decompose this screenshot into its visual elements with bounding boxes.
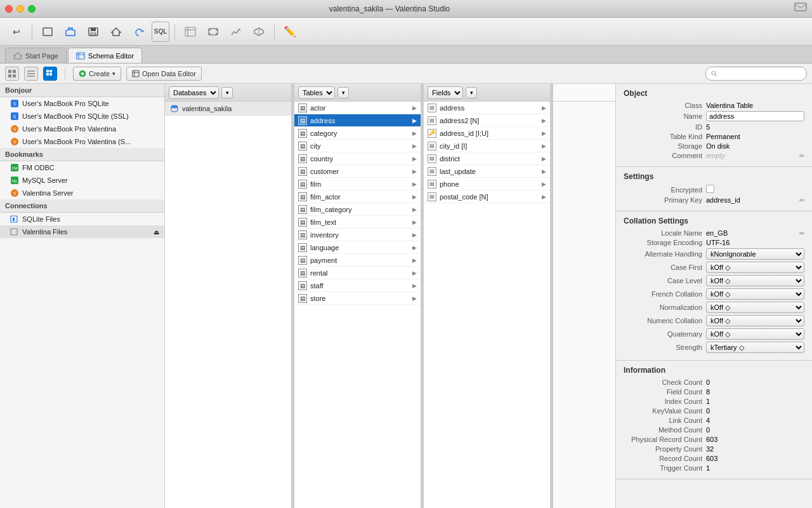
new-window-button[interactable]: [37, 22, 58, 42]
databases-select[interactable]: Databases: [169, 86, 219, 99]
numeric-collation-value: kOff ◇: [706, 315, 804, 326]
search-input[interactable]: [719, 70, 801, 77]
sidebar-item-macbook-valentina-s[interactable]: V User's MacBook Pro Valentina (S...: [0, 135, 164, 148]
refresh-button[interactable]: [129, 22, 149, 42]
name-input[interactable]: [706, 111, 804, 121]
eject-icon[interactable]: ⏏: [154, 229, 159, 236]
database-item-valentina-sakila[interactable]: valentina_sakila: [165, 102, 291, 116]
diagram-button[interactable]: [180, 22, 200, 42]
table-item-store[interactable]: ▤ store ▶: [294, 292, 421, 305]
view-large-grid-button[interactable]: [43, 67, 57, 81]
package-button[interactable]: [249, 22, 269, 42]
locale-edit-icon[interactable]: ✏: [799, 230, 804, 237]
tables-chevron[interactable]: ▾: [337, 87, 349, 98]
table-item-address[interactable]: ▤ address ▶: [294, 114, 421, 127]
table-item-film[interactable]: ▤ film ▶: [294, 178, 421, 190]
alternate-handling-row: Alternate Handling kNonIgnorable: [624, 248, 804, 260]
physical-record-count-row: Physical Record Count 603: [624, 436, 804, 443]
table-kind-value: Permanent: [706, 133, 804, 140]
case-level-select[interactable]: kOff ◇: [706, 275, 804, 286]
sidebar-item-macbook-sqlite[interactable]: S User's MacBook Pro SQLite: [0, 97, 164, 110]
svg-text:V: V: [13, 191, 16, 196]
alternate-handling-select[interactable]: kNonIgnorable: [706, 248, 804, 260]
close-button[interactable]: [5, 5, 13, 13]
field-item-last-update[interactable]: ▤ last_update ▶: [424, 165, 550, 178]
create-button[interactable]: Create ▾: [73, 67, 121, 81]
strength-select[interactable]: kTertiary ◇: [706, 342, 804, 353]
field-item-district[interactable]: ▤ district ▶: [424, 152, 550, 165]
quaternary-select[interactable]: kOff ◇: [706, 328, 804, 340]
sidebar-item-valentina-server[interactable]: V Valentina Server: [0, 187, 164, 199]
valentina-server-icon: V: [10, 189, 19, 197]
field-item-address2[interactable]: ▤ address2 [N] ▶: [424, 114, 550, 127]
table-item-payment[interactable]: ▤ payment ▶: [294, 254, 421, 267]
sidebar-item-fm-odbc[interactable]: FM FM ODBC: [0, 161, 164, 174]
table-item-city[interactable]: ▤ city ▶: [294, 140, 421, 152]
sidebar-item-mysql-server[interactable]: My MySQL Server: [0, 174, 164, 187]
table-item-film-actor[interactable]: ▤ film_actor ▶: [294, 190, 421, 203]
french-collation-select[interactable]: kOff ◇: [706, 288, 804, 300]
chart-button[interactable]: [226, 22, 246, 42]
open-data-editor-button[interactable]: Open Data Editor: [126, 67, 202, 81]
table-item-actor[interactable]: ▤ actor ▶: [294, 102, 421, 114]
open-button[interactable]: [60, 22, 81, 42]
field-arrow: ▶: [542, 143, 546, 149]
quaternary-row: Quaternary kOff ◇: [624, 328, 804, 340]
sql-button[interactable]: SQL: [152, 22, 169, 42]
field-item-phone[interactable]: ▤ phone ▶: [424, 178, 550, 190]
sidebar-item-valentina-files[interactable]: Valentina Files ⏏: [0, 225, 164, 238]
case-first-select[interactable]: kOff ◇: [706, 262, 804, 273]
numeric-collation-select[interactable]: kOff ◇: [706, 315, 804, 326]
encrypted-checkbox[interactable]: [706, 185, 714, 193]
property-count-label: Property Count: [624, 445, 706, 453]
view-small-grid-button[interactable]: [5, 67, 19, 81]
object-section: Object Class Valentina Table Name ID 5 T…: [616, 84, 812, 167]
fields-chevron[interactable]: ▾: [466, 87, 477, 98]
table-arrow: ▶: [412, 194, 417, 200]
table-item-staff[interactable]: ▤ staff ▶: [294, 279, 421, 292]
film-button[interactable]: [203, 22, 223, 42]
table-item-film-text[interactable]: ▤ film_text ▶: [294, 216, 421, 229]
databases-chevron[interactable]: ▾: [221, 87, 233, 98]
field-item-address-id[interactable]: 🔑 address_id [I;U] ▶: [424, 127, 550, 140]
field-item-city-id[interactable]: ▤ city_id [I] ▶: [424, 140, 550, 152]
id-label: ID: [624, 123, 706, 131]
save-button[interactable]: [83, 22, 103, 42]
record-count-label: Record Count: [624, 455, 706, 462]
back-button[interactable]: ↩: [6, 22, 27, 42]
field-item-address[interactable]: ▤ address ▶: [424, 102, 550, 114]
search-box[interactable]: [705, 67, 807, 81]
svg-rect-21: [13, 74, 16, 77]
eyedropper-button[interactable]: ✏️: [280, 22, 300, 42]
field-normal-icon: ▤: [428, 154, 436, 163]
comment-edit-icon[interactable]: ✏: [799, 152, 804, 159]
table-item-rental[interactable]: ▤ rental ▶: [294, 267, 421, 279]
sidebar-item-macbook-valentina[interactable]: V User's MacBook Pro Valentina: [0, 123, 164, 135]
table-item-inventory[interactable]: ▤ inventory ▶: [294, 229, 421, 241]
connections-section-header: Connections: [0, 199, 164, 213]
sidebar-item-macbook-sqlite-ssl[interactable]: S User's MacBook Pro SQLite (SSL): [0, 110, 164, 123]
table-item-customer[interactable]: ▤ customer ▶: [294, 165, 421, 178]
sqlite-icon: S: [10, 99, 19, 108]
table-item-category[interactable]: ▤ category ▶: [294, 127, 421, 140]
view-list-button[interactable]: [24, 67, 38, 81]
sidebar-item-sqlite-files[interactable]: SQLite Files: [0, 213, 164, 225]
table-item-language[interactable]: ▤ language ▶: [294, 241, 421, 254]
normalization-select[interactable]: kOff ◇: [706, 302, 804, 313]
collation-section: Collation Settings Locale Name en_GB ✏ S…: [616, 211, 812, 361]
encrypted-label: Encrypted: [624, 186, 706, 194]
home-button[interactable]: [106, 22, 126, 42]
tables-select[interactable]: Tables: [298, 86, 335, 99]
tab-start-page[interactable]: Start Page: [5, 48, 67, 63]
fields-select[interactable]: Fields: [428, 86, 463, 99]
name-label: Name: [624, 112, 706, 120]
table-item-country[interactable]: ▤ country ▶: [294, 152, 421, 165]
minimize-button[interactable]: [16, 5, 24, 13]
field-item-postal-code[interactable]: ▤ postal_code [N] ▶: [424, 190, 550, 203]
maximize-button[interactable]: [28, 5, 36, 13]
table-icon: ▤: [298, 154, 307, 163]
storage-encoding-label: Storage Encoding: [624, 239, 706, 246]
table-item-film-category[interactable]: ▤ film_category ▶: [294, 203, 421, 216]
tab-schema-editor[interactable]: Schema Editor: [68, 48, 142, 63]
primary-key-edit-icon[interactable]: ✏: [799, 197, 804, 204]
